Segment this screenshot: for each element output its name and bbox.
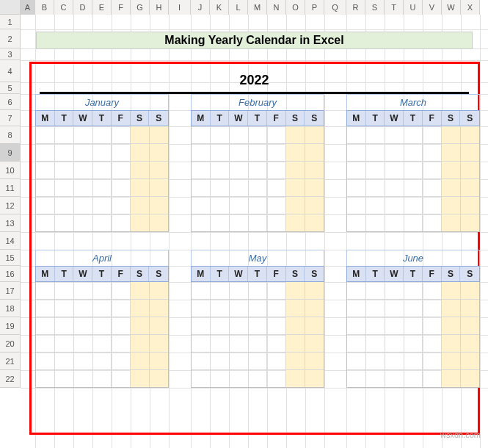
day-cell[interactable] [112, 214, 131, 231]
row-header-1[interactable]: 1 [0, 15, 21, 29]
day-cell[interactable] [442, 214, 461, 231]
day-cell[interactable] [55, 300, 74, 317]
day-cell[interactable] [423, 214, 442, 231]
day-cell[interactable] [93, 300, 112, 317]
day-cell[interactable] [112, 126, 131, 143]
day-cell[interactable] [461, 197, 479, 214]
day-cell[interactable] [55, 282, 74, 299]
day-cell[interactable] [230, 300, 249, 317]
row-header-7[interactable]: 7 [0, 110, 21, 126]
day-cell[interactable] [55, 335, 74, 352]
row-header-16[interactable]: 16 [0, 266, 21, 282]
day-cell[interactable] [211, 162, 230, 178]
day-cell[interactable] [249, 162, 268, 178]
day-cell[interactable] [347, 282, 366, 299]
col-header-W[interactable]: W [442, 0, 461, 15]
day-cell[interactable] [286, 282, 305, 299]
day-cell[interactable] [385, 179, 404, 196]
day-cell[interactable] [267, 317, 286, 334]
day-cell[interactable] [150, 126, 168, 143]
day-cell[interactable] [36, 126, 55, 143]
day-cell[interactable] [442, 126, 461, 143]
day-cell[interactable] [192, 317, 211, 334]
day-cell[interactable] [347, 353, 366, 369]
day-cell[interactable] [150, 282, 168, 299]
col-header-B[interactable]: B [35, 0, 54, 15]
day-cell[interactable] [112, 335, 131, 352]
row-header-17[interactable]: 17 [0, 282, 21, 300]
day-cell[interactable] [347, 197, 366, 214]
day-cell[interactable] [112, 282, 131, 299]
col-header-F[interactable]: F [112, 0, 131, 15]
row-header-9[interactable]: 9 [0, 144, 21, 162]
day-cell[interactable] [423, 353, 442, 369]
day-cell[interactable] [249, 179, 268, 196]
day-cell[interactable] [423, 144, 442, 161]
day-cell[interactable] [347, 144, 366, 161]
day-cell[interactable] [404, 214, 423, 231]
row-header-11[interactable]: 11 [0, 179, 21, 197]
row-header-10[interactable]: 10 [0, 162, 21, 179]
day-cell[interactable] [347, 214, 366, 231]
day-cell[interactable] [131, 353, 150, 369]
day-cell[interactable] [74, 162, 93, 178]
day-cell[interactable] [461, 144, 479, 161]
day-cell[interactable] [55, 317, 74, 334]
day-cell[interactable] [55, 197, 74, 214]
day-cell[interactable] [461, 300, 479, 317]
day-cell[interactable] [74, 353, 93, 369]
day-cell[interactable] [461, 214, 479, 231]
day-cell[interactable] [249, 126, 268, 143]
day-cell[interactable] [36, 335, 55, 352]
day-cell[interactable] [385, 370, 404, 387]
day-cell[interactable] [230, 282, 249, 299]
day-cell[interactable] [192, 214, 211, 231]
row-header-21[interactable]: 21 [0, 353, 21, 370]
day-cell[interactable] [93, 317, 112, 334]
row-header-15[interactable]: 15 [0, 250, 21, 266]
day-cell[interactable] [36, 144, 55, 161]
day-cell[interactable] [150, 162, 168, 178]
day-cell[interactable] [305, 197, 324, 214]
day-cell[interactable] [305, 282, 324, 299]
day-cell[interactable] [461, 162, 479, 178]
day-cell[interactable] [347, 370, 366, 387]
day-cell[interactable] [461, 353, 479, 369]
day-cell[interactable] [267, 300, 286, 317]
day-cell[interactable] [131, 197, 150, 214]
day-cell[interactable] [461, 179, 479, 196]
day-cell[interactable] [150, 370, 168, 387]
day-cell[interactable] [305, 179, 324, 196]
day-cell[interactable] [305, 370, 324, 387]
row-header-2[interactable]: 2 [0, 29, 21, 48]
day-cell[interactable] [423, 282, 442, 299]
day-cell[interactable] [423, 370, 442, 387]
day-cell[interactable] [267, 144, 286, 161]
day-cell[interactable] [93, 126, 112, 143]
day-cell[interactable] [305, 317, 324, 334]
day-cell[interactable] [286, 370, 305, 387]
day-cell[interactable] [192, 197, 211, 214]
day-cell[interactable] [347, 162, 366, 178]
day-cell[interactable] [286, 317, 305, 334]
day-cell[interactable] [230, 162, 249, 178]
day-cell[interactable] [131, 179, 150, 196]
day-cell[interactable] [131, 300, 150, 317]
day-cell[interactable] [366, 179, 385, 196]
day-cell[interactable] [404, 353, 423, 369]
day-cell[interactable] [249, 353, 268, 369]
day-cell[interactable] [36, 317, 55, 334]
day-cell[interactable] [131, 144, 150, 161]
day-cell[interactable] [211, 144, 230, 161]
day-cell[interactable] [93, 197, 112, 214]
col-header-O[interactable]: O [286, 0, 305, 15]
day-cell[interactable] [55, 162, 74, 178]
day-cell[interactable] [267, 353, 286, 369]
day-cell[interactable] [385, 335, 404, 352]
day-cell[interactable] [74, 282, 93, 299]
day-cell[interactable] [404, 282, 423, 299]
day-cell[interactable] [74, 179, 93, 196]
day-cell[interactable] [286, 144, 305, 161]
col-header-U[interactable]: U [404, 0, 423, 15]
col-header-C[interactable]: C [54, 0, 73, 15]
